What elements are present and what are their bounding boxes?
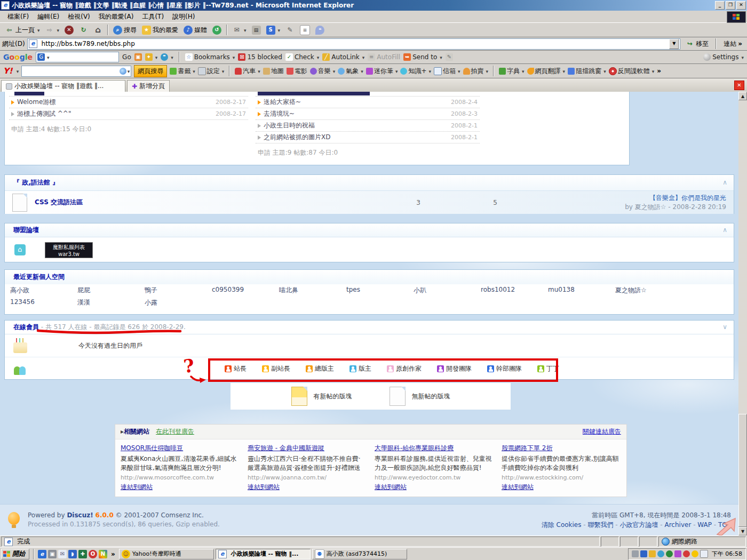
user-link[interactable]: 喵北鼻 — [279, 286, 346, 295]
user-link[interactable]: 小趴 — [414, 286, 481, 295]
yahoo-auction-button[interactable]: 拍賣 — [463, 67, 489, 76]
favorites-button[interactable]: ★我的最愛 — [139, 25, 181, 36]
wap-link[interactable]: WAP — [697, 521, 712, 529]
close-button[interactable]: ✕ — [736, 1, 746, 10]
google-go-button[interactable]: Go — [122, 53, 131, 61]
yahoo-logo[interactable]: Y! — [3, 66, 13, 76]
google-popup-blocked-button[interactable]: ⊠15 blocked — [238, 53, 282, 61]
address-input[interactable]: e http://bbs.tw789.net/bbs.php ▼ — [27, 38, 681, 50]
back-button[interactable]: ⇦上一頁 — [2, 25, 43, 36]
alliance-banner[interactable]: 魔獸私服列表war3.tw — [45, 242, 93, 258]
quicklaunch-antivirus-icon[interactable]: ✚ — [78, 550, 87, 558]
yahoo-more-button[interactable]: » — [657, 67, 661, 75]
google-sendto-button[interactable]: ➥Send to — [403, 53, 442, 61]
ad-title-link[interactable]: MOSOR馬仕得咖啡豆 — [121, 444, 183, 452]
yahoo-movies-button[interactable]: 電影 — [287, 67, 307, 76]
tray-volume-icon[interactable] — [632, 550, 639, 557]
user-link[interactable]: 屁屁 — [77, 286, 145, 295]
user-link[interactable]: 123456 — [10, 298, 77, 307]
menu-file[interactable]: 檔案(F) — [3, 11, 33, 22]
stop-button[interactable]: ✕ — [62, 25, 76, 36]
quicklaunch-more-button[interactable]: » — [111, 550, 115, 558]
tray-firewall-icon[interactable] — [683, 550, 690, 557]
google-search-input[interactable]: G — [36, 52, 119, 62]
menu-view[interactable]: 檢視(V) — [63, 11, 94, 22]
tray-network-icon[interactable] — [674, 550, 681, 557]
mail-button[interactable]: ✉ — [229, 25, 249, 36]
yahoo-music-button[interactable]: 音樂 — [310, 67, 336, 76]
google-autolink-button[interactable]: ╱AutoLink — [322, 53, 364, 61]
tray-display-icon[interactable] — [640, 550, 647, 557]
quicklaunch-mail-icon[interactable]: ✉ — [58, 550, 67, 558]
refresh-button[interactable]: ↻ — [76, 25, 91, 36]
google-autofill-button[interactable]: ≡AutoFill — [368, 53, 400, 61]
scroll-up-button[interactable]: ▲ — [738, 92, 747, 100]
yahoo-mail-button[interactable]: 信箱 — [434, 67, 460, 76]
google-bookmarks-button[interactable]: ☆Bookmarks — [185, 53, 235, 61]
yahoo-cars-button[interactable]: 汽車 — [235, 67, 260, 76]
user-link[interactable]: mu0138 — [548, 286, 615, 295]
ad-visit-link[interactable]: 連結到網站 — [248, 483, 280, 491]
quicklaunch-messenger-icon[interactable]: ◗ — [68, 550, 77, 558]
taskbar-window-forum[interactable]: e小政娛樂論壇 -- 寵物 ‖... — [216, 549, 311, 559]
user-link[interactable]: 小露 — [145, 298, 212, 307]
history-button[interactable]: ↺ — [210, 25, 224, 36]
start-button[interactable]: 開始 — [1, 549, 29, 559]
taskbar-window-yahoo-messenger[interactable]: ☺Yahoo!奇摩即時通 — [119, 549, 214, 559]
yahoo-bookmarks-button[interactable]: 書籤 — [170, 67, 195, 76]
tab-forum[interactable]: 小政娛樂論壇 -- 寵物 ‖遊戲 ‖... — [1, 80, 125, 92]
forward-button[interactable]: ⇨ — [43, 25, 62, 36]
lastpost-title-link[interactable]: 【音樂盒】你們是我的星光 — [649, 194, 726, 202]
address-dropdown-button[interactable]: ▼ — [669, 39, 679, 49]
thread-row[interactable]: 之前網站被抓的圖片XD2008-2-1 — [256, 132, 480, 143]
menu-help[interactable]: 說明(H) — [168, 11, 199, 22]
thread-row[interactable]: 小政生日時的祝福2008-2-1 — [256, 120, 480, 132]
home-button[interactable]: ⌂ — [91, 25, 105, 36]
keyword-ads-link[interactable]: 關鍵連結廣告 — [583, 427, 621, 436]
go-button[interactable]: ↪移至 — [682, 38, 711, 50]
collapse-icon[interactable]: ∧ — [722, 175, 727, 190]
ad-title-link[interactable]: 喬安旅遊 - 金典中國新遊蹤 — [248, 444, 324, 452]
yahoo-weather-button[interactable]: 氣象 — [338, 67, 363, 76]
contact-link[interactable]: 聯繫我們 — [587, 521, 613, 529]
menu-tools[interactable]: 工具(T) — [138, 11, 168, 22]
media-button[interactable]: ♪媒體 — [181, 25, 210, 36]
yahoo-translate-button[interactable]: 網頁翻譯 — [527, 67, 566, 76]
google-spellcheck-button[interactable]: ✓Check — [285, 53, 319, 61]
yahoo-minipen-button[interactable]: 迷你筆 — [366, 67, 398, 76]
yahoo-search-input[interactable] — [21, 66, 131, 77]
top-link[interactable]: TOP — [718, 521, 731, 529]
print-button[interactable]: ▤ — [249, 25, 264, 36]
user-link[interactable]: robs10012 — [481, 286, 548, 295]
ad-visit-link[interactable]: 連結到網站 — [502, 483, 534, 491]
collapse-icon[interactable]: ∧ — [722, 223, 727, 237]
tray-update-icon[interactable] — [649, 550, 656, 557]
archiver-link[interactable]: Archiver — [664, 521, 691, 529]
notes-button[interactable]: ≡ — [297, 24, 313, 36]
new-tab-button[interactable]: ✚新增分頁 — [127, 80, 170, 92]
quicklaunch-ie-icon[interactable]: e — [38, 550, 46, 558]
yahoo-web-search-button[interactable]: 網頁搜尋 — [134, 65, 167, 77]
yahoo-popup-blocker-button[interactable]: 阻擋跳窗 — [568, 67, 606, 76]
tab-close-button[interactable]: ✕ — [734, 81, 744, 90]
restore-button[interactable]: ❐ — [726, 1, 735, 10]
highlighter-icon[interactable]: ✎ — [446, 53, 453, 61]
official-forum-link[interactable]: 小政官方論壇 — [619, 521, 658, 529]
user-link[interactable]: 高小政 — [10, 286, 77, 295]
user-link[interactable]: c0950399 — [212, 286, 279, 295]
yahoo-maps-button[interactable]: 地圖 — [263, 67, 284, 76]
google-extensions-button[interactable]: ✦ — [145, 53, 158, 61]
tray-antivirus-icon[interactable] — [666, 550, 673, 557]
edit-button[interactable]: ✎ — [283, 25, 297, 36]
quicklaunch-desktop-icon[interactable]: ▣ — [48, 550, 57, 558]
user-link[interactable]: 漢漢 — [77, 298, 145, 307]
thread-row[interactable]: 去清境玩~2008-2-3 — [256, 108, 480, 120]
yahoo-knowledge-button[interactable]: 知識+ — [400, 67, 431, 76]
discuss-button[interactable]: ❝ — [313, 25, 327, 36]
collapse-icon[interactable]: ∨ — [722, 321, 727, 334]
google-news-icon[interactable]: ▣ — [134, 53, 142, 61]
ad-title-link[interactable]: 大學眼科-給你專業眼科診療 — [375, 444, 454, 452]
publish-ad-link[interactable]: 在此刊登廣告 — [156, 427, 194, 436]
minimize-button[interactable]: _ — [715, 1, 725, 10]
yahoo-antispyware-button[interactable]: 反間諜軟體 — [609, 67, 655, 76]
